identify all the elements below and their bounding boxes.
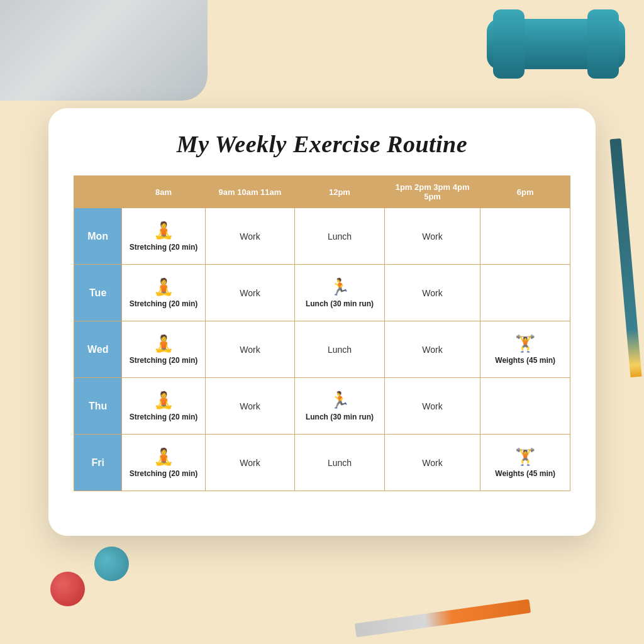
lunch-cell-thu: 🏃Lunch (30 min run) (295, 378, 385, 435)
lunch-cell-tue: 🏃Lunch (30 min run) (295, 265, 385, 321)
day-cell-tue: Tue (74, 265, 122, 321)
evening-cell-thu (480, 378, 570, 435)
evening-cell-mon (480, 208, 570, 265)
page-title: My Weekly Exercise Routine (74, 130, 570, 158)
dumbbell-decoration (487, 6, 625, 82)
day-cell-wed: Wed (74, 321, 122, 378)
lunch-cell-wed: Lunch (295, 321, 385, 378)
stretching-label: Stretching (20 min) (125, 299, 202, 308)
stretching-icon: 🧘 (125, 391, 202, 410)
stretching-icon: 🧘 (125, 334, 202, 353)
work-morning-label: Work (240, 458, 260, 468)
work-morning-label: Work (240, 345, 260, 355)
lunch-cell-mon: Lunch (295, 208, 385, 265)
table-row: Fri🧘Stretching (20 min)WorkLunchWork🏋️We… (74, 435, 570, 491)
lunch-label: Lunch (328, 345, 352, 355)
work-afternoon-label: Work (422, 458, 442, 468)
work-morning-cell-fri: Work (205, 435, 295, 491)
work-afternoon-cell-thu: Work (384, 378, 480, 435)
work-morning-cell-mon: Work (205, 208, 295, 265)
table-row: Mon🧘Stretching (20 min)WorkLunchWork (74, 208, 570, 265)
lunch-label: Lunch (328, 231, 352, 242)
header-12pm: 12pm (295, 176, 385, 208)
day-cell-mon: Mon (74, 208, 122, 265)
stretching-icon: 🧘 (125, 221, 202, 240)
work-morning-label: Work (240, 231, 260, 242)
header-day (74, 176, 122, 208)
work-morning-cell-tue: Work (205, 265, 295, 321)
run-icon: 🏃 (297, 277, 382, 297)
day-cell-thu: Thu (74, 378, 122, 435)
stretching-label: Stretching (20 min) (125, 356, 202, 365)
stretching-cell-wed: 🧘Stretching (20 min) (122, 321, 205, 378)
stretching-cell-thu: 🧘Stretching (20 min) (122, 378, 205, 435)
weights-label: Weights (45 min) (483, 469, 567, 478)
work-afternoon-label: Work (422, 288, 442, 298)
stretching-cell-tue: 🧘Stretching (20 min) (122, 265, 205, 321)
evening-cell-fri: 🏋️Weights (45 min) (480, 435, 570, 491)
stretching-cell-mon: 🧘Stretching (20 min) (122, 208, 205, 265)
work-afternoon-label: Work (422, 345, 442, 355)
evening-cell-wed: 🏋️Weights (45 min) (480, 321, 570, 378)
stretching-label: Stretching (20 min) (125, 243, 202, 252)
header-9to11: 9am 10am 11am (205, 176, 295, 208)
planner-card: My Weekly Exercise Routine 8am 9am 10am … (48, 108, 596, 536)
pen-decoration (355, 599, 531, 638)
stretching-label: Stretching (20 min) (125, 469, 202, 478)
work-afternoon-label: Work (422, 231, 442, 242)
work-afternoon-cell-mon: Work (384, 208, 480, 265)
lunch-run-label: Lunch (30 min run) (297, 299, 382, 308)
stretching-cell-fri: 🧘Stretching (20 min) (122, 435, 205, 491)
work-morning-label: Work (240, 288, 260, 298)
work-afternoon-cell-fri: Work (384, 435, 480, 491)
table-row: Tue🧘Stretching (20 min)Work🏃Lunch (30 mi… (74, 265, 570, 321)
header-8am: 8am (122, 176, 205, 208)
header-row: 8am 9am 10am 11am 12pm 1pm 2pm 3pm 4pm 5… (74, 176, 570, 208)
evening-cell-tue (480, 265, 570, 321)
header-6pm: 6pm (480, 176, 570, 208)
run-icon: 🏃 (297, 391, 382, 410)
lunch-label: Lunch (328, 458, 352, 468)
work-afternoon-cell-wed: Work (384, 321, 480, 378)
weights-icon: 🏋️ (483, 334, 567, 353)
day-cell-fri: Fri (74, 435, 122, 491)
laptop-decoration (0, 0, 208, 101)
pencil-decoration (609, 138, 641, 377)
lunch-cell-fri: Lunch (295, 435, 385, 491)
work-morning-label: Work (240, 401, 260, 411)
work-afternoon-label: Work (422, 401, 442, 411)
table-row: Wed🧘Stretching (20 min)WorkLunchWork🏋️We… (74, 321, 570, 378)
table-row: Thu🧘Stretching (20 min)Work🏃Lunch (30 mi… (74, 378, 570, 435)
weights-icon: 🏋️ (483, 447, 567, 467)
stretching-icon: 🧘 (125, 447, 202, 467)
work-morning-cell-wed: Work (205, 321, 295, 378)
lunch-run-label: Lunch (30 min run) (297, 413, 382, 421)
stretching-label: Stretching (20 min) (125, 413, 202, 421)
stretching-icon: 🧘 (125, 277, 202, 297)
header-1to5: 1pm 2pm 3pm 4pm 5pm (384, 176, 480, 208)
work-afternoon-cell-tue: Work (384, 265, 480, 321)
weights-label: Weights (45 min) (483, 356, 567, 365)
schedule-table: 8am 9am 10am 11am 12pm 1pm 2pm 3pm 4pm 5… (74, 175, 570, 491)
work-morning-cell-thu: Work (205, 378, 295, 435)
